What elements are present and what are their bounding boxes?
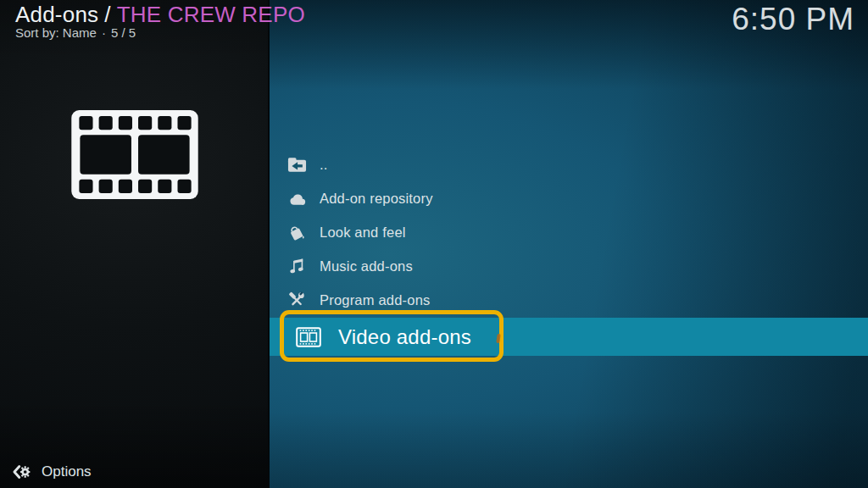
list-item-add-on-repository[interactable]: Add-on repository <box>270 181 868 215</box>
list-item-label: Look and feel <box>320 225 406 241</box>
addon-category-list: .. Add-on repository Look and feel Music… <box>270 147 868 356</box>
filmstrip-icon <box>294 327 323 347</box>
clock: 6:50 PM <box>732 2 854 37</box>
kodi-screen: Add-ons/THE CREW REPO Sort by: Name·5 / … <box>0 0 868 488</box>
list-item-music-add-ons[interactable]: Music add-ons <box>270 249 868 283</box>
list-item-up[interactable]: .. <box>270 147 868 181</box>
list-item-label: Program add-ons <box>320 292 430 308</box>
sort-by-label: Sort by: Name <box>15 25 97 40</box>
options-gear-icon <box>12 463 32 480</box>
cloud-icon <box>284 192 309 205</box>
breadcrumb-separator: / <box>104 2 110 27</box>
music-note-icon <box>284 258 309 275</box>
left-panel <box>0 0 270 488</box>
list-item-label: Music add-ons <box>320 258 413 274</box>
folder-back-icon <box>284 157 309 173</box>
options-label: Options <box>42 463 92 480</box>
item-count: 5 / 5 <box>111 25 136 40</box>
paint-bucket-icon <box>284 224 309 241</box>
dot-separator: · <box>102 25 106 40</box>
sort-status: Sort by: Name·5 / 5 <box>15 25 141 40</box>
breadcrumb-current: THE CREW REPO <box>117 2 305 27</box>
list-item-label: Video add-ons <box>338 325 471 349</box>
hammer-wrench-icon <box>284 291 309 308</box>
list-item-look-and-feel[interactable]: Look and feel <box>270 215 868 249</box>
options-button[interactable]: Options <box>12 460 92 484</box>
filmstrip-icon <box>71 110 198 199</box>
list-item-video-add-ons[interactable]: Video add-ons <box>270 318 868 356</box>
list-item-label: .. <box>320 157 328 173</box>
list-item-label: Add-on repository <box>320 191 433 207</box>
breadcrumb: Add-ons/THE CREW REPO <box>15 2 311 28</box>
breadcrumb-section: Add-ons <box>15 2 98 27</box>
list-item-program-add-ons[interactable]: Program add-ons <box>270 283 868 317</box>
